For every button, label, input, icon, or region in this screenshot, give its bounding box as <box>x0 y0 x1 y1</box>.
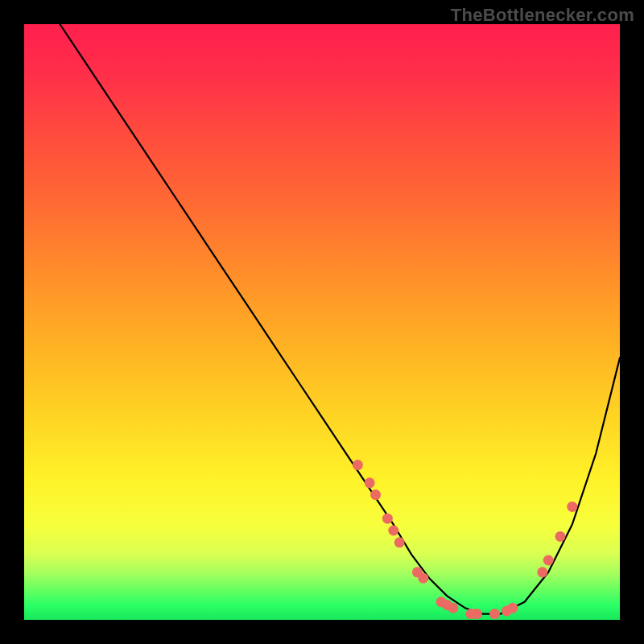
chart-frame: TheBottleneсker.com <box>0 0 644 644</box>
marker-point <box>365 477 375 488</box>
bottleneck-curve <box>60 24 620 614</box>
marker-point <box>382 514 393 524</box>
marker-point <box>537 567 547 577</box>
marker-point <box>507 603 518 613</box>
marker-point <box>388 526 398 536</box>
marker-point <box>472 609 482 619</box>
marker-point <box>555 531 566 542</box>
marker-point <box>448 603 458 613</box>
marker-point <box>370 489 381 500</box>
marker-point <box>543 555 554 566</box>
marker-point <box>567 502 577 512</box>
marker-point <box>353 460 363 470</box>
marker-point <box>489 609 500 619</box>
marker-point <box>418 573 428 584</box>
marker-group <box>353 460 577 619</box>
watermark-text: TheBottleneсker.com <box>451 5 634 26</box>
marker-point <box>394 537 405 547</box>
plot-area <box>24 24 620 620</box>
curve-svg <box>24 24 620 620</box>
